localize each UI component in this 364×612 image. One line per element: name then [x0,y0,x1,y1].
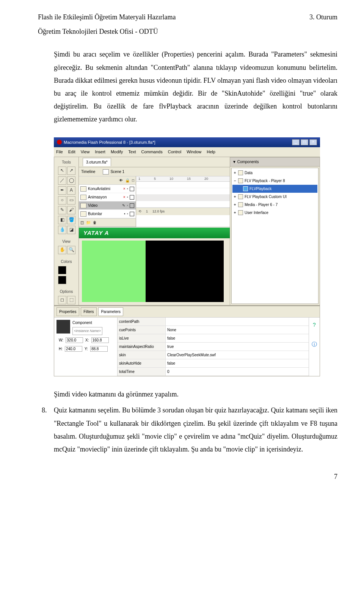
outline-swatch[interactable] [130,203,134,208]
lasso-tool-icon[interactable]: ◯ [67,176,75,185]
menu-help[interactable]: Help [207,148,215,156]
menu-control[interactable]: Control [168,148,181,156]
oval-tool-icon[interactable]: ○ [58,196,66,205]
option-icon[interactable]: ◻ [58,296,66,304]
layer-row[interactable]: KonuAnlatimi×• [79,185,136,193]
snap-icon[interactable]: ⬚ [67,296,75,304]
height-input[interactable] [65,346,82,352]
layer-row[interactable]: Butonlar•• [79,210,136,218]
bucket-tool-icon[interactable]: 🪣 [67,216,75,224]
tree-node[interactable]: +User Interface [232,209,317,217]
stage[interactable]: YATAY A [79,227,230,305]
info-icon[interactable]: ⓘ [309,339,320,349]
menu-window[interactable]: Window [187,148,201,156]
collapse-icon[interactable]: − [233,177,237,184]
param-value[interactable]: true [166,343,309,351]
expand-icon[interactable]: + [233,201,237,208]
menu-file[interactable]: File [56,148,63,156]
visibility-dot-icon[interactable]: × [123,194,126,201]
lock-dot-icon[interactable]: • [127,202,128,209]
pencil-tool-icon[interactable]: ✎ [58,206,66,214]
new-folder-icon[interactable]: 📁 [86,219,91,226]
param-value[interactable]: 0 [166,368,309,376]
outline-swatch[interactable] [130,212,134,216]
outline-column-icon[interactable]: □ [132,177,134,184]
menu-edit[interactable]: Edit [68,148,75,156]
menu-view[interactable]: View [81,148,90,156]
param-row[interactable]: maintainAspectRatiotrue [118,343,309,351]
timeline-frames[interactable]: 15101520 ⟲112.0 fps [136,176,230,227]
expand-icon[interactable]: + [233,169,237,176]
panel-collapse-icon[interactable]: ▼ [232,160,237,164]
width-input[interactable] [66,337,83,343]
param-row[interactable]: skinClearOverPlaySeekMute.swf [118,351,309,359]
tab-filters[interactable]: Filters [81,307,96,316]
tab-properties[interactable]: Properties [56,307,79,316]
menu-modify[interactable]: Modify [111,148,123,156]
y-input[interactable] [90,346,108,352]
zoom-tool-icon[interactable]: 🔍 [67,246,75,254]
param-value[interactable]: false [166,334,309,342]
close-icon[interactable]: × [309,139,317,145]
expand-icon[interactable]: + [233,209,237,216]
param-row[interactable]: skinAutoHidefalse [118,359,309,368]
tree-node[interactable]: +Media - Player 6 - 7 [232,201,317,209]
file-tab[interactable]: 3.oturum.fla* [83,158,111,166]
hand-tool-icon[interactable]: ✋ [58,246,66,254]
layer-row[interactable]: Video✎• [79,201,136,210]
param-row[interactable]: cuePointsNone [118,326,309,334]
maximize-icon[interactable]: □ [301,139,308,145]
ink-tool-icon[interactable]: ◧ [58,216,66,224]
paragraph-under-shot: Şimdi video katmanını da görünmez yapalı… [54,388,337,401]
menu-text[interactable]: Text [128,148,136,156]
tab-parameters[interactable]: Parameters [98,307,123,316]
text-tool-icon[interactable]: A [67,186,75,195]
param-value[interactable]: false [166,359,309,367]
tree-node[interactable]: +FLV Playback Custom UI [232,193,317,201]
onion-icon[interactable]: ⟲ [138,208,141,215]
subselect-tool-icon[interactable]: ↗ [67,167,75,175]
layer-row[interactable]: Animasyon×• [79,193,136,201]
param-value[interactable] [166,318,309,326]
help-icon[interactable]: ? [309,320,320,330]
pen-tool-icon[interactable]: ✒ [58,186,66,195]
timeline-label[interactable]: Timeline [81,168,95,175]
line-tool-icon[interactable]: ／ [58,176,66,185]
param-row[interactable]: isLivefalse [118,334,309,343]
eye-column-icon[interactable]: 👁 [119,177,123,184]
delete-layer-icon[interactable]: 🗑 [93,219,97,226]
new-layer-icon[interactable]: ◫ [80,219,84,226]
fill-color-swatch[interactable] [58,276,66,284]
menu-commands[interactable]: Commands [141,148,162,156]
outline-swatch[interactable] [130,187,134,191]
video-placeholder[interactable] [146,241,224,302]
eyedrop-tool-icon[interactable]: 💧 [58,226,66,234]
expand-icon[interactable]: + [233,193,237,200]
stroke-color-swatch[interactable] [58,266,66,274]
lock-column-icon[interactable]: 🔒 [125,177,130,184]
lock-dot-icon[interactable]: • [127,194,128,201]
x-input[interactable] [91,337,109,343]
scene-name[interactable]: Scene 1 [110,168,124,175]
eraser-tool-icon[interactable]: ◪ [67,226,75,234]
lock-dot-icon[interactable]: • [127,210,128,217]
param-value[interactable]: None [166,326,309,334]
tree-node[interactable]: −FLV Playback - Player 8 [232,177,317,185]
tree-node-selected[interactable]: FLVPlayback [232,185,317,193]
visibility-dot-icon[interactable]: × [123,185,126,192]
outline-swatch[interactable] [130,195,134,200]
tree-node[interactable]: +Data [232,169,317,177]
param-row[interactable]: totalTime0 [118,368,309,376]
components-title: Components [237,160,259,164]
lock-dot-icon[interactable]: • [127,185,128,192]
brush-tool-icon[interactable]: 🖌 [67,206,75,214]
param-value[interactable]: ClearOverPlaySeekMute.swf [166,351,309,359]
instance-name-input[interactable]: <Instance Name> [72,327,102,335]
minimize-icon[interactable]: _ [292,139,300,145]
param-row[interactable]: contentPath [118,318,309,326]
rect-tool-icon[interactable]: ▭ [67,196,75,205]
visibility-dot-icon[interactable]: • [124,210,126,217]
visibility-dot-icon[interactable]: ✎ [122,202,125,209]
menu-insert[interactable]: Insert [95,148,105,156]
arrow-tool-icon[interactable]: ↖ [58,167,66,175]
